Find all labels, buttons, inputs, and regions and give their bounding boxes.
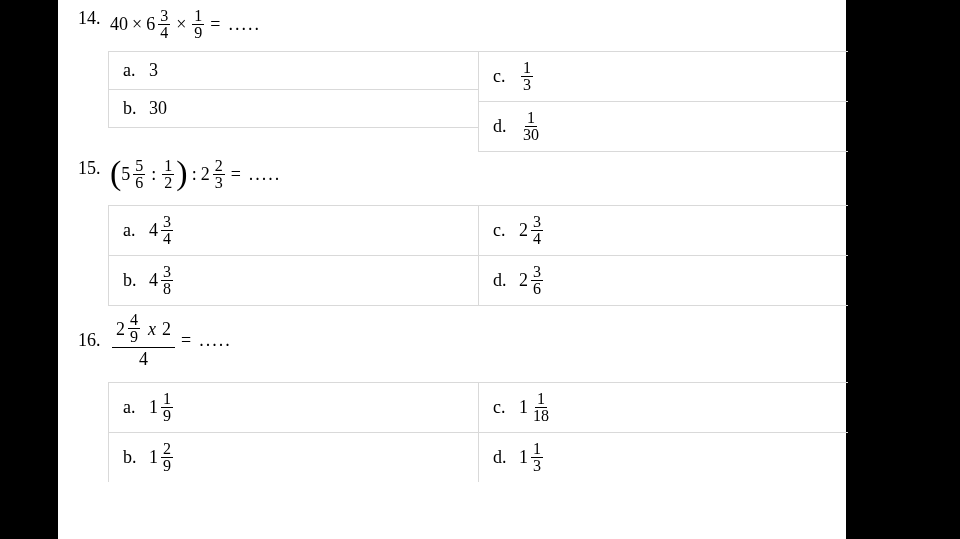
denominator: 6 (531, 281, 543, 297)
denominator: 4 (531, 231, 543, 247)
numerator: 3 (158, 8, 170, 25)
option-label: c. (493, 397, 519, 418)
option-label: a. (123, 397, 149, 418)
numerator: 1 (521, 60, 533, 77)
option-a[interactable]: a. 1 1 9 (108, 382, 478, 432)
whole-part: 1 (519, 447, 528, 468)
right-paren: ) (176, 159, 187, 186)
whole-part: 5 (121, 164, 130, 185)
blank-dots: ..... (199, 330, 232, 351)
numerator: 1 (162, 158, 174, 175)
option-b[interactable]: b. 4 3 8 (108, 255, 478, 306)
fraction: 1 2 (162, 158, 174, 191)
option-d[interactable]: d. 2 3 6 (478, 255, 848, 306)
x-symbol: x (148, 320, 156, 338)
option-c[interactable]: c. 2 3 4 (478, 205, 848, 255)
numerator: 1 (192, 8, 204, 25)
value: 2 (162, 320, 171, 338)
denominator: 3 (213, 175, 225, 191)
option-a[interactable]: a. 3 (108, 51, 478, 89)
denominator: 9 (161, 458, 173, 474)
fraction: 1 3 (531, 441, 543, 474)
division-colon: : (192, 164, 197, 185)
option-value: 1 1 18 (519, 391, 553, 424)
option-label: d. (493, 270, 519, 291)
denominator: 3 (531, 458, 543, 474)
equals-sign: = (231, 164, 241, 185)
whole-part: 1 (149, 397, 158, 418)
question-expression: ( 5 5 6 : 1 2 ) : 2 2 3 = (110, 158, 281, 191)
option-value: 1 1 3 (519, 441, 545, 474)
numerator: 1 (531, 441, 543, 458)
option-label: b. (123, 447, 149, 468)
whole-part: 4 (149, 270, 158, 291)
option-label: d. (493, 116, 519, 137)
mixed-number: 5 5 6 (121, 158, 147, 191)
fraction: 1 3 (521, 60, 533, 93)
denominator: 8 (161, 281, 173, 297)
question-number: 16. (78, 330, 110, 351)
option-c[interactable]: c. 1 1 18 (478, 382, 848, 432)
option-d[interactable]: d. 1 30 (478, 101, 848, 152)
option-a[interactable]: a. 4 3 4 (108, 205, 478, 255)
option-value: 4 3 8 (149, 264, 175, 297)
numerator: 2 (161, 441, 173, 458)
options-column-right: c. 1 3 d. 1 30 (478, 51, 848, 152)
option-value: 2 3 6 (519, 264, 545, 297)
stacked-fraction: 2 4 9 x 2 4 (112, 312, 175, 368)
fraction: 1 18 (531, 391, 551, 424)
page: 14. 40 × 6 3 4 × 1 9 = ..... a. 3 (58, 0, 846, 539)
denominator: 2 (162, 175, 174, 191)
fraction: 1 9 (192, 8, 204, 41)
option-label: a. (123, 220, 149, 241)
numerator: 3 (531, 214, 543, 231)
option-value: 30 (149, 98, 167, 119)
denominator: 9 (192, 25, 204, 41)
numerator: 1 (535, 391, 547, 408)
whole-part: 2 (201, 164, 210, 185)
left-paren: ( (110, 159, 121, 186)
denominator: 30 (521, 127, 541, 143)
option-label: c. (493, 220, 519, 241)
option-value: 2 3 4 (519, 214, 545, 247)
fraction: 3 4 (161, 214, 173, 247)
option-b[interactable]: b. 1 2 9 (108, 432, 478, 482)
fraction: 5 6 (133, 158, 145, 191)
numerator: 3 (531, 264, 543, 281)
question-expression: 2 4 9 x 2 4 = ..... (110, 312, 232, 368)
fraction: 3 8 (161, 264, 173, 297)
numerator: 5 (133, 158, 145, 175)
numerator: 3 (161, 214, 173, 231)
denominator: 3 (521, 77, 533, 93)
denominator: 6 (133, 175, 145, 191)
numerator: 4 (128, 312, 140, 329)
numerator: 1 (161, 391, 173, 408)
fraction: 3 6 (531, 264, 543, 297)
option-value: 1 2 9 (149, 441, 175, 474)
question-number: 14. (78, 8, 110, 29)
division-colon: : (151, 164, 156, 185)
equals-sign: = (181, 330, 191, 351)
option-c[interactable]: c. 1 3 (478, 51, 848, 101)
fraction: 4 9 (128, 312, 140, 345)
mixed-number: 2 4 9 (116, 312, 142, 345)
denominator: 9 (128, 329, 140, 345)
whole-part: 6 (146, 14, 155, 35)
question-14: 14. 40 × 6 3 4 × 1 9 = ..... (78, 8, 826, 41)
option-b[interactable]: b. 30 (108, 89, 478, 128)
numerator: 2 (213, 158, 225, 175)
whole-part: 1 (149, 447, 158, 468)
option-d[interactable]: d. 1 1 3 (478, 432, 848, 482)
whole-part: 1 (519, 397, 528, 418)
denominator: 9 (161, 408, 173, 424)
numerator: 3 (161, 264, 173, 281)
option-label: b. (123, 270, 149, 291)
option-label: b. (123, 98, 149, 119)
big-denominator: 4 (139, 348, 148, 368)
option-value: 4 3 4 (149, 214, 175, 247)
equals-sign: = (210, 14, 220, 35)
mixed-number: 2 2 3 (201, 158, 227, 191)
option-value: 1 30 (519, 110, 543, 143)
blank-dots: ..... (249, 164, 282, 185)
whole-part: 2 (519, 270, 528, 291)
